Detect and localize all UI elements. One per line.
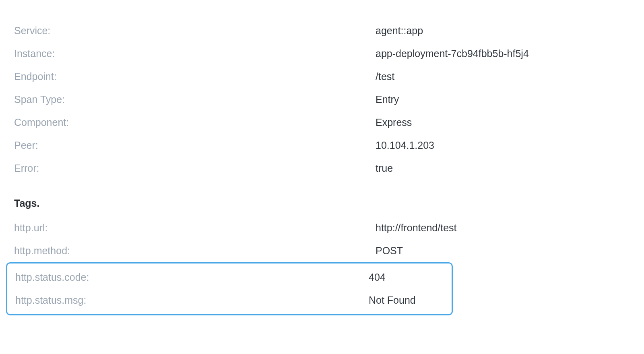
- label-error: Error:: [14, 163, 376, 174]
- value-instance: app-deployment-7cb94fbb5b-hf5j4: [376, 48, 529, 60]
- label-endpoint: Endpoint:: [14, 71, 376, 82]
- label-http-method: http.method:: [14, 245, 376, 257]
- row-component: Component: Express: [14, 111, 630, 134]
- span-details: Service: agent::app Instance: app-deploy…: [14, 19, 630, 315]
- label-http-url: http.url:: [14, 222, 376, 234]
- row-http-status-code: http.status.code: 404: [15, 266, 444, 289]
- row-service: Service: agent::app: [14, 19, 630, 42]
- value-http-status-code: 404: [369, 272, 386, 283]
- tags-heading: Tags.: [14, 192, 630, 215]
- value-span-type: Entry: [376, 94, 399, 105]
- row-http-url: http.url: http://frontend/test: [14, 216, 630, 239]
- row-instance: Instance: app-deployment-7cb94fbb5b-hf5j…: [14, 42, 630, 65]
- row-http-status-msg: http.status.msg: Not Found: [15, 289, 444, 312]
- value-peer: 10.104.1.203: [376, 140, 434, 151]
- label-http-status-code: http.status.code:: [15, 272, 369, 283]
- value-service: agent::app: [376, 25, 423, 37]
- value-endpoint: /test: [376, 71, 394, 82]
- value-http-method: POST: [376, 245, 403, 257]
- label-span-type: Span Type:: [14, 94, 376, 105]
- row-span-type: Span Type: Entry: [14, 88, 630, 111]
- row-peer: Peer: 10.104.1.203: [14, 134, 630, 157]
- label-peer: Peer:: [14, 140, 376, 151]
- label-http-status-msg: http.status.msg:: [15, 294, 369, 306]
- label-instance: Instance:: [14, 48, 376, 60]
- label-service: Service:: [14, 25, 376, 37]
- row-http-method: http.method: POST: [14, 239, 630, 262]
- highlighted-status-rows: http.status.code: 404 http.status.msg: N…: [6, 262, 453, 315]
- row-error: Error: true: [14, 157, 630, 180]
- value-component: Express: [376, 117, 412, 128]
- row-endpoint: Endpoint: /test: [14, 65, 630, 88]
- value-http-status-msg: Not Found: [369, 294, 416, 306]
- value-error: true: [376, 163, 393, 174]
- value-http-url: http://frontend/test: [376, 222, 457, 234]
- label-component: Component:: [14, 117, 376, 128]
